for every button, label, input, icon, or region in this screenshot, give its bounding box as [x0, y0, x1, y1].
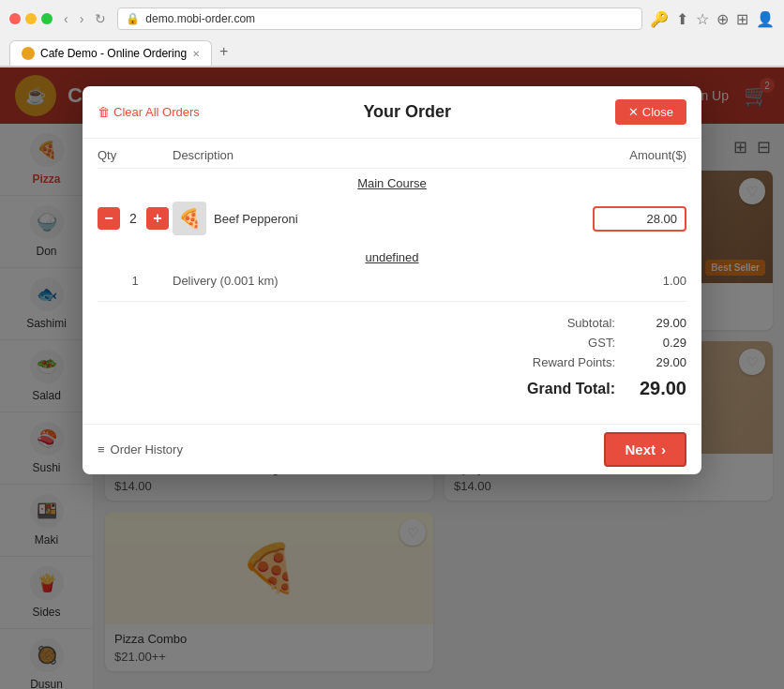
next-button[interactable]: Next › [604, 432, 686, 467]
share-icon: ⬆ [676, 10, 688, 28]
grand-total-row: Grand Total: 29.00 [98, 372, 686, 405]
list-icon: ≡ [98, 442, 105, 457]
delivery-qty: 1 [98, 274, 173, 288]
nav-buttons: ‹ › ↻ [60, 9, 110, 28]
back-button[interactable]: ‹ [60, 9, 72, 28]
new-tab-button[interactable]: + [212, 37, 235, 66]
totals-section: Subtotal: 29.00 GST: 0.29 Reward Points:… [98, 309, 686, 409]
qty-value: 2 [126, 211, 141, 226]
modal-title: Your Order [200, 102, 615, 122]
tab-favicon [22, 47, 35, 60]
tab-close-button[interactable]: ✕ [192, 49, 200, 59]
gst-row: GST: 0.29 [98, 333, 686, 352]
browser-toolbar: ‹ › ↻ 🔒 demo.mobi-order.com 🔑 ⬆ ☆ ⊕ ⊞ 👤 [0, 0, 784, 37]
order-history-button[interactable]: ≡ Order History [98, 442, 183, 457]
app-container: ☕ Ca n Up 🛒 2 🍕 Pizza 🍚 Don 🐟 Sashimi [0, 67, 784, 689]
url-text: demo.mobi-order.com [145, 12, 255, 25]
subtotal-label: Subtotal: [493, 316, 615, 330]
extensions-icon: ⊕ [716, 10, 729, 28]
item-name: Beef Pepperoni [214, 212, 298, 226]
address-bar[interactable]: 🔒 demo.mobi-order.com [117, 7, 642, 30]
key-icon: 🔑 [650, 10, 669, 28]
traffic-lights [9, 13, 53, 24]
modal-footer: ≡ Order History Next › [83, 424, 701, 474]
reward-label: Reward Points: [493, 355, 615, 369]
bookmark-icon: ☆ [696, 10, 709, 28]
grand-total-value: 29.00 [630, 378, 686, 399]
delivery-amount: 1.00 [593, 274, 686, 288]
clear-all-orders-button[interactable]: 🗑 Clear All Orders [98, 105, 200, 119]
gst-value: 0.29 [630, 336, 686, 350]
item-amount: 28.00 [593, 206, 686, 232]
modal-header: 🗑 Clear All Orders Your Order ✕ Close [83, 86, 701, 139]
tab-bar: Cafe Demo - Online Ordering ✕ + [0, 37, 784, 67]
order-modal: 🗑 Clear All Orders Your Order ✕ Close Qt… [83, 86, 701, 474]
item-thumbnail: 🍕 [173, 202, 206, 235]
lock-icon: 🔒 [126, 12, 140, 25]
browser-chrome: ‹ › ↻ 🔒 demo.mobi-order.com 🔑 ⬆ ☆ ⊕ ⊞ 👤 … [0, 0, 784, 67]
active-tab[interactable]: Cafe Demo - Online Ordering ✕ [9, 40, 212, 66]
delivery-row: 1 Delivery (0.001 km) 1.00 [98, 268, 686, 293]
main-course-section-title: Main Course [98, 169, 686, 194]
close-x-icon: ✕ [628, 105, 639, 119]
totals-divider [98, 301, 686, 302]
grand-total-label: Grand Total: [527, 381, 615, 397]
close-modal-button[interactable]: ✕ Close [615, 99, 686, 125]
forward-button[interactable]: › [76, 9, 88, 28]
split-icon: ⊞ [736, 10, 748, 28]
reward-value: 29.00 [630, 355, 686, 369]
col-header-amount: Amount($) [593, 148, 686, 162]
toolbar-icons: 🔑 ⬆ ☆ ⊕ ⊞ 👤 [650, 10, 775, 28]
subtotal-row: Subtotal: 29.00 [98, 313, 686, 333]
subtotal-value: 29.00 [630, 316, 686, 330]
order-table-header: Qty Description Amount($) [98, 139, 686, 169]
order-item-beef-pepperoni: − 2 + 🍕 Beef Pepperoni 28.00 [98, 194, 686, 243]
trash-icon: 🗑 [98, 105, 110, 119]
modal-overlay: 🗑 Clear All Orders Your Order ✕ Close Qt… [0, 67, 784, 689]
arrow-right-icon: › [661, 442, 666, 457]
delivery-name: Delivery (0.001 km) [173, 274, 593, 288]
traffic-light-red[interactable] [9, 13, 21, 24]
gst-label: GST: [493, 336, 615, 350]
modal-body: Qty Description Amount($) Main Course − … [83, 139, 701, 424]
tab-title: Cafe Demo - Online Ordering [40, 47, 187, 60]
traffic-light-yellow[interactable] [25, 13, 37, 24]
item-description: 🍕 Beef Pepperoni [173, 202, 593, 235]
reward-row: Reward Points: 29.00 [98, 352, 686, 372]
qty-controls-beef-pepperoni: − 2 + [98, 207, 173, 230]
col-header-qty: Qty [98, 148, 173, 162]
profile-icon: 👤 [756, 10, 775, 28]
undefined-section-title: undefined [98, 243, 686, 268]
qty-decrease-button[interactable]: − [98, 207, 120, 230]
traffic-light-green[interactable] [41, 13, 53, 24]
col-header-desc: Description [173, 148, 593, 162]
refresh-button[interactable]: ↻ [91, 9, 110, 28]
qty-increase-button[interactable]: + [146, 207, 169, 230]
